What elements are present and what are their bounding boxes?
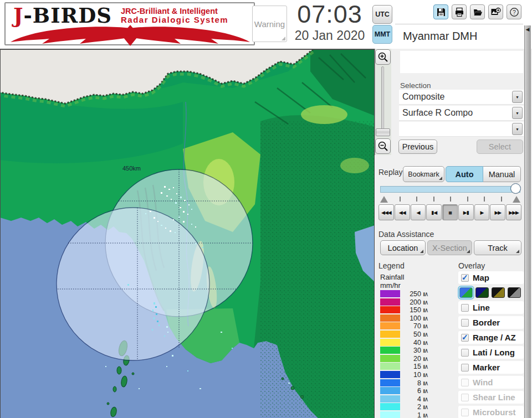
add-image-icon — [490, 7, 501, 17]
chevron-down-icon: ▼ — [515, 127, 519, 131]
dropdown-corner-icon — [467, 250, 470, 253]
legend-row: 1≦ — [380, 411, 436, 418]
zoom-in-button[interactable] — [375, 49, 391, 65]
replay-slider-track[interactable] — [380, 186, 520, 193]
zoom-out-button[interactable] — [375, 138, 391, 154]
map-style-swatch-4[interactable] — [508, 287, 521, 298]
overlay-row-wind[interactable]: Wind — [458, 376, 524, 389]
command-input[interactable] — [400, 51, 523, 73]
less-equal-icon: ≦ — [422, 300, 429, 305]
chevron-down-icon: ▼ — [515, 111, 519, 115]
map-style-swatch-1[interactable] — [459, 287, 473, 298]
legend-swatch — [380, 403, 400, 410]
select-button[interactable]: Select — [477, 140, 523, 154]
fast-rewind-button[interactable]: ◀◀◀ — [378, 204, 394, 220]
legend-swatch — [380, 314, 400, 322]
checkbox-range-az[interactable] — [461, 334, 469, 342]
legend-value: 20 — [401, 355, 421, 363]
fast-forward-button[interactable]: ▶▶▶ — [506, 204, 521, 220]
overlay-row-range-az[interactable]: Range / AZ — [458, 331, 524, 344]
overlay-label: Overlay — [458, 261, 485, 270]
panel-scrollbar[interactable] — [524, 25, 531, 418]
auto-button[interactable]: Auto — [446, 166, 483, 182]
save-button[interactable] — [433, 4, 448, 19]
overlay-item-label: Range / AZ — [473, 333, 516, 342]
x-section-button[interactable]: X-Section — [427, 240, 472, 255]
open-folder-button[interactable] — [470, 4, 485, 19]
overlay-row-marker[interactable]: Marker — [458, 361, 524, 374]
help-button[interactable]: ? — [507, 4, 521, 19]
skip-start-button[interactable]: ▮◀ — [426, 204, 442, 220]
less-equal-icon: ≦ — [422, 348, 429, 353]
checkbox-microburst[interactable] — [461, 409, 469, 416]
option-dropdown[interactable] — [399, 122, 524, 137]
checkbox-map[interactable] — [461, 274, 469, 282]
add-image-button[interactable] — [488, 4, 503, 19]
legend-row: 6≦ — [380, 387, 436, 395]
subproduct-dropdown[interactable]: Surface R Compo — [399, 106, 524, 121]
less-equal-icon: ≦ — [422, 332, 429, 337]
subproduct-dropdown-button[interactable]: ▼ — [512, 107, 523, 119]
checkbox-lati-long[interactable] — [461, 349, 469, 357]
option-dropdown-button[interactable]: ▼ — [512, 123, 523, 135]
collapse-panel-icon[interactable]: ◀ — [524, 27, 531, 32]
legend-unit-line2: mm/hr — [380, 281, 401, 290]
utc-button[interactable]: UTC — [372, 5, 392, 24]
zoom-slider-handle[interactable] — [376, 128, 390, 136]
less-equal-icon: ≦ — [422, 413, 429, 418]
track-button[interactable]: Track — [474, 240, 521, 255]
app-logo: J-BIRDS JRC-Brilliant & Intelligent Rada… — [4, 2, 255, 45]
overlay-item-label: Shear Line — [473, 393, 515, 402]
checkbox-shear-line[interactable] — [461, 394, 469, 401]
overlay-item-label: Lati / Long — [473, 348, 515, 357]
replay-slider-handle[interactable] — [510, 183, 521, 194]
overlay-row-border[interactable]: Border — [458, 316, 524, 329]
checkbox-wind[interactable] — [461, 379, 469, 386]
bookmark-button[interactable]: Bookmark — [403, 166, 444, 182]
stop-button[interactable]: ■ — [442, 204, 458, 220]
legend-swatch — [380, 306, 400, 313]
forward-button[interactable]: ▶▶ — [490, 204, 505, 220]
map-style-swatch-3[interactable] — [492, 287, 505, 298]
location-button[interactable]: Location — [380, 240, 426, 255]
skip-end-button[interactable]: ▶▮ — [458, 204, 474, 220]
previous-button[interactable]: Previous — [398, 140, 437, 154]
station-name: Myanmar DMH — [399, 27, 524, 46]
overlay-row-map[interactable]: Map — [458, 271, 524, 284]
step-back-button[interactable]: ◀ — [411, 204, 426, 220]
legend-row: 150≦ — [380, 306, 436, 314]
legend-swatch — [380, 411, 400, 418]
legend-value: 30 — [401, 347, 421, 354]
slider-tick — [467, 197, 468, 202]
less-equal-icon: ≦ — [422, 316, 429, 321]
legend-row: 10≦ — [380, 371, 436, 379]
radar-map[interactable]: 450km — [0, 49, 375, 418]
range-circle-south — [57, 208, 209, 360]
header-bar: J-BIRDS JRC-Brilliant & Intelligent Rada… — [0, 0, 532, 49]
print-button[interactable] — [452, 4, 467, 19]
open-folder-icon — [473, 7, 483, 17]
overlay-row-microburst[interactable]: Microburst — [458, 406, 524, 418]
overlay-row-lati-long[interactable]: Lati / Long — [458, 346, 524, 359]
zoom-slider-track[interactable] — [381, 66, 384, 136]
checkbox-marker[interactable] — [461, 364, 469, 371]
clock-time: 07:03 — [285, 0, 374, 29]
rewind-button[interactable]: ◀◀ — [395, 204, 410, 220]
product-dropdown[interactable]: Composite — [399, 90, 524, 105]
less-equal-icon: ≦ — [422, 357, 429, 362]
warning-button[interactable]: Warning — [252, 6, 287, 42]
overlay-row-line[interactable]: Line — [458, 301, 524, 314]
slider-end-marker — [513, 196, 520, 203]
header-divider — [395, 24, 523, 24]
legend-value: 15 — [401, 363, 421, 370]
manual-button[interactable]: Manual — [483, 166, 521, 182]
play-button[interactable]: ▶ — [474, 204, 490, 220]
product-dropdown-button[interactable]: ▼ — [512, 91, 523, 103]
legend-value: 4 — [401, 395, 421, 403]
overlay-row-shear-line[interactable]: Shear Line — [458, 391, 524, 404]
checkbox-border[interactable] — [461, 319, 469, 327]
map-style-swatch-2[interactable] — [475, 287, 489, 298]
slider-tick — [450, 197, 451, 202]
checkbox-line[interactable] — [461, 304, 469, 312]
mmt-button[interactable]: MMT — [372, 25, 392, 44]
